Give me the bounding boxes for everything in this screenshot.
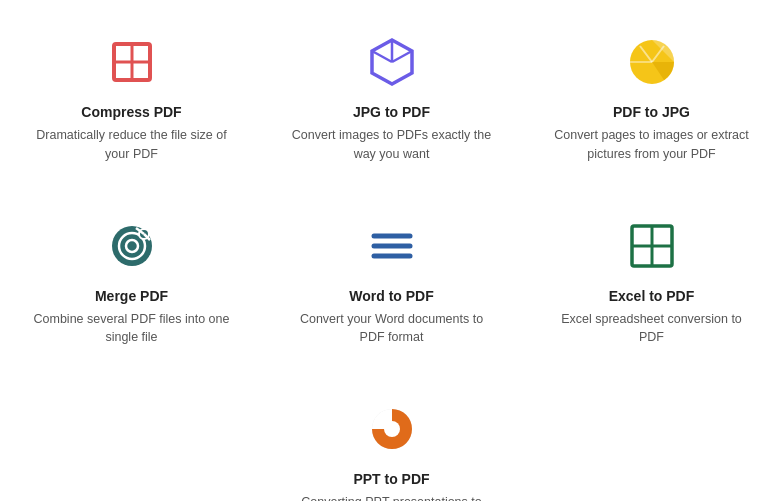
word-to-pdf-icon	[360, 214, 424, 278]
compress-pdf-title: Compress PDF	[81, 104, 181, 120]
tools-grid: Compress PDF Dramatically reduce the fil…	[22, 20, 762, 501]
excel-to-pdf-desc: Excel spreadsheet conversion to PDF	[552, 310, 752, 348]
ppt-to-pdf-icon	[360, 397, 424, 461]
ppt-to-pdf-desc: Converting PPT presentations to PDF file…	[292, 493, 492, 501]
word-to-pdf-card[interactable]: Word to PDF Convert your Word documents …	[282, 204, 502, 358]
pdf-to-jpg-icon	[620, 30, 684, 94]
excel-to-pdf-card[interactable]: Excel to PDF Excel spreadsheet conversio…	[542, 204, 762, 358]
merge-pdf-desc: Combine several PDF files into one singl…	[32, 310, 232, 348]
merge-pdf-icon	[100, 214, 164, 278]
compress-pdf-desc: Dramatically reduce the file size of you…	[32, 126, 232, 164]
compress-pdf-card[interactable]: Compress PDF Dramatically reduce the fil…	[22, 20, 242, 174]
pdf-to-jpg-card[interactable]: PDF to JPG Convert pages to images or ex…	[542, 20, 762, 174]
jpg-to-pdf-desc: Convert images to PDFs exactly the way y…	[292, 126, 492, 164]
svg-line-5	[372, 51, 392, 62]
word-to-pdf-desc: Convert your Word documents to PDF forma…	[292, 310, 492, 348]
pdf-to-jpg-title: PDF to JPG	[613, 104, 690, 120]
ppt-to-pdf-title: PPT to PDF	[353, 471, 429, 487]
jpg-to-pdf-title: JPG to PDF	[353, 104, 430, 120]
merge-pdf-title: Merge PDF	[95, 288, 168, 304]
ppt-to-pdf-card[interactable]: PPT to PDF Converting PPT presentations …	[282, 387, 502, 501]
pdf-to-jpg-desc: Convert pages to images or extract pictu…	[552, 126, 752, 164]
excel-to-pdf-icon	[620, 214, 684, 278]
compress-pdf-icon	[100, 30, 164, 94]
merge-pdf-card[interactable]: Merge PDF Combine several PDF files into…	[22, 204, 242, 358]
svg-point-24	[384, 421, 400, 437]
jpg-to-pdf-card[interactable]: JPG to PDF Convert images to PDFs exactl…	[282, 20, 502, 174]
jpg-to-pdf-icon	[360, 30, 424, 94]
excel-to-pdf-title: Excel to PDF	[609, 288, 695, 304]
svg-line-6	[392, 51, 412, 62]
word-to-pdf-title: Word to PDF	[349, 288, 434, 304]
